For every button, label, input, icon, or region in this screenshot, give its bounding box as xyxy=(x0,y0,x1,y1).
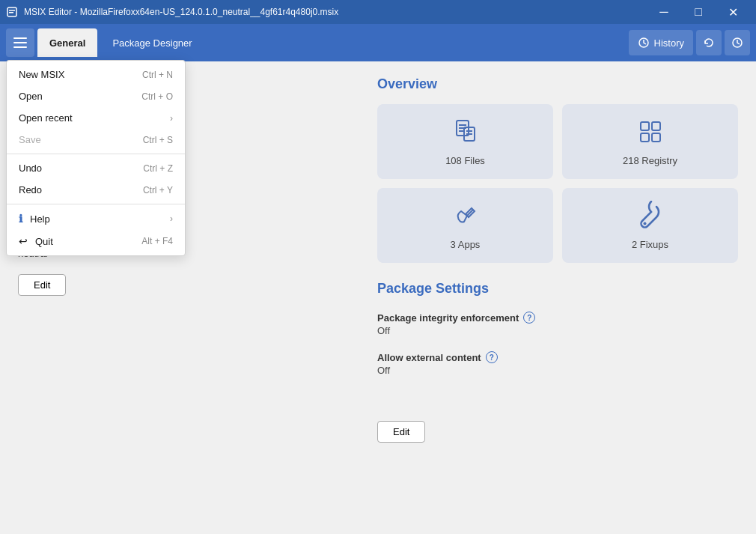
allow-external-value: Off xyxy=(377,365,738,376)
package-identity-edit-button[interactable]: Edit xyxy=(18,274,66,296)
svg-rect-3 xyxy=(13,37,27,39)
svg-rect-1 xyxy=(9,10,15,11)
fixups-label: 2 Fixups xyxy=(632,239,668,250)
settings-button[interactable] xyxy=(725,30,750,55)
fixups-icon xyxy=(635,201,665,233)
toolbar-right: History xyxy=(629,30,750,55)
hamburger-menu-button[interactable] xyxy=(6,28,34,57)
dropdown-menu: New MSIX Ctrl + N Open Ctrl + O Open rec… xyxy=(6,60,186,256)
toolbar: General Package Designer History xyxy=(0,24,756,61)
tab-package-designer[interactable]: Package Designer xyxy=(100,28,204,57)
right-panel: Overview 108 Files xyxy=(359,61,756,534)
apps-label: 3 Apps xyxy=(451,239,481,250)
menu-item-new-msix[interactable]: New MSIX Ctrl + N xyxy=(7,64,185,85)
minimize-button[interactable]: ─ xyxy=(647,0,681,24)
allow-external-label: Allow external content xyxy=(377,352,481,363)
overview-card-apps[interactable]: 3 Apps xyxy=(377,188,553,263)
package-settings-edit-button[interactable]: Edit xyxy=(377,421,425,443)
package-settings-title: Package Settings xyxy=(377,281,738,297)
menu-item-save: Save Ctrl + S xyxy=(7,129,185,151)
menu-item-open[interactable]: Open Ctrl + O xyxy=(7,85,185,107)
registry-label: 218 Registry xyxy=(623,155,677,166)
pkg-integrity-row: Package integrity enforcement ? Off xyxy=(377,312,738,336)
files-label: 108 Files xyxy=(445,155,485,166)
overview-grid: 108 Files 218 Registry xyxy=(377,104,738,263)
overview-card-fixups[interactable]: 2 Fixups xyxy=(562,188,738,263)
allow-external-help-icon[interactable]: ? xyxy=(486,351,498,363)
overview-title: Overview xyxy=(377,76,738,92)
undo-history-button[interactable] xyxy=(696,30,722,55)
svg-rect-16 xyxy=(652,122,660,130)
menu-item-quit[interactable]: ↩ Quit Alt + F4 xyxy=(7,230,185,252)
pkg-integrity-help-icon[interactable]: ? xyxy=(523,312,535,324)
tab-general[interactable]: General xyxy=(37,28,97,57)
menu-item-open-recent[interactable]: Open recent › xyxy=(7,107,185,129)
maximize-button[interactable]: □ xyxy=(681,0,716,24)
svg-rect-4 xyxy=(13,42,27,43)
svg-rect-17 xyxy=(641,133,649,142)
svg-rect-18 xyxy=(652,133,660,142)
menu-divider-1 xyxy=(7,154,185,154)
title-bar: MSIX Editor - MozillaFirefoxx64en-US_124… xyxy=(0,0,756,24)
overview-card-files[interactable]: 108 Files xyxy=(377,104,553,179)
pkg-integrity-value: Off xyxy=(377,325,738,336)
window-title: MSIX Editor - MozillaFirefoxx64en-US_124… xyxy=(24,7,647,17)
files-icon xyxy=(451,117,481,149)
svg-point-19 xyxy=(643,222,646,225)
menu-item-help[interactable]: ℹ Help › xyxy=(7,207,185,230)
svg-rect-15 xyxy=(641,122,649,130)
menu-divider-2 xyxy=(7,204,185,204)
svg-rect-2 xyxy=(9,12,13,13)
menu-item-undo[interactable]: Undo Ctrl + Z xyxy=(7,157,185,179)
app-icon xyxy=(6,6,18,18)
apps-icon xyxy=(451,201,481,233)
svg-rect-5 xyxy=(13,46,27,48)
quit-icon: ↩ xyxy=(19,235,28,247)
overview-card-registry[interactable]: 218 Registry xyxy=(562,104,738,179)
menu-item-redo[interactable]: Redo Ctrl + Y xyxy=(7,179,185,201)
window-controls: ─ □ ✕ xyxy=(647,0,750,24)
help-icon: ℹ xyxy=(19,213,22,225)
registry-icon xyxy=(635,117,665,149)
history-button[interactable]: History xyxy=(629,30,693,55)
close-button[interactable]: ✕ xyxy=(716,0,750,24)
allow-external-row: Allow external content ? Off xyxy=(377,351,738,376)
pkg-integrity-label: Package integrity enforcement xyxy=(377,312,519,324)
